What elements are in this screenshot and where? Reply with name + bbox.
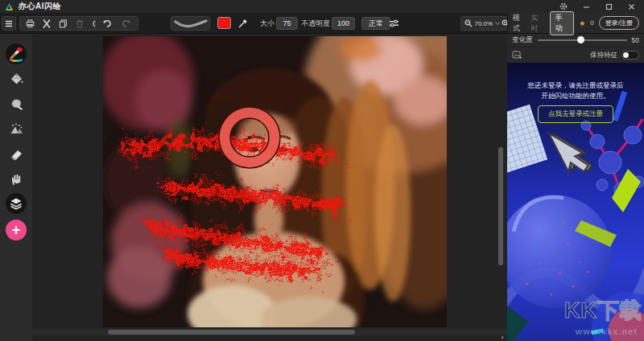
blend-mode-button[interactable]: 正常 xyxy=(361,17,390,30)
brush-cursor-ring xyxy=(219,107,280,168)
fill-bucket-icon xyxy=(9,72,24,87)
login-register-button[interactable]: 登录/注册 xyxy=(599,16,639,30)
keep-features-toggle[interactable] xyxy=(621,51,639,60)
login-cta-button[interactable]: 点我去登录或注册 xyxy=(538,105,613,123)
app-title: 亦心AI闪绘 xyxy=(19,1,61,12)
eraser-tool[interactable] xyxy=(6,143,27,164)
brush-preview-icon xyxy=(174,18,208,28)
history-group xyxy=(95,16,138,31)
hamburger-icon xyxy=(5,20,13,27)
keep-features-row: 保持特征 xyxy=(507,47,644,63)
brush-size-input[interactable]: 75 xyxy=(276,17,298,30)
panel-top-bar: 模式 实时 手动 ★ 0 登录/注册 xyxy=(507,13,644,33)
redo-icon[interactable] xyxy=(122,19,131,27)
brush-color-swatch[interactable] xyxy=(217,17,231,29)
paint-brush-tool[interactable] xyxy=(6,43,27,64)
menu-button[interactable] xyxy=(2,16,16,31)
mode-label: 模式 xyxy=(513,13,526,34)
variation-label: 变化度 xyxy=(512,35,533,45)
ai-panel: 变化度 50 保持特征 xyxy=(507,34,644,341)
add-reference-image-icon[interactable] xyxy=(512,51,522,60)
copy-button[interactable] xyxy=(59,19,68,28)
lasso-select-tool[interactable] xyxy=(6,93,27,114)
zoom-control: 70.0% xyxy=(460,16,514,31)
brush-size-label: 大小 xyxy=(260,18,275,29)
hand-icon xyxy=(9,171,23,186)
star-credit-icon: ★ xyxy=(579,19,585,27)
add-button[interactable]: + xyxy=(6,220,27,240)
horizontal-scrollbar-thumb[interactable] xyxy=(108,330,355,335)
eraser-icon xyxy=(9,146,24,162)
mode-realtime-option[interactable]: 实时 xyxy=(531,13,545,34)
login-notice-line2: 开始闪绘功能的使用。 xyxy=(507,91,644,101)
print-button[interactable] xyxy=(26,19,35,28)
lasso-icon xyxy=(9,97,24,112)
tool-sidebar: + xyxy=(0,34,32,341)
minimize-button[interactable] xyxy=(581,2,591,11)
title-bar: 亦心AI闪绘 xyxy=(0,0,644,13)
zoom-level-value[interactable]: 70.0% xyxy=(474,20,493,27)
opacity-label: 不透明度 xyxy=(301,18,330,29)
scrollbar-corner-arrow-icon[interactable]: ▾ xyxy=(501,335,504,341)
main-area: + xyxy=(0,34,644,341)
vertical-scrollbar-thumb[interactable] xyxy=(498,147,503,265)
variation-row: 变化度 50 xyxy=(507,34,644,47)
panel-art-area: 您还未登录，请先注册或登录后 开始闪绘功能的使用。 点我去登录或注册 KK下载 … xyxy=(507,63,644,341)
mode-manual-option[interactable]: 手动 xyxy=(550,11,575,35)
layers-tool[interactable] xyxy=(6,193,27,214)
keep-features-label: 保持特征 xyxy=(590,51,617,60)
login-notice: 您还未登录，请先注册或登录后 开始闪绘功能的使用。 xyxy=(507,80,644,101)
cut-scissors-icon[interactable] xyxy=(43,19,51,28)
login-notice-line1: 您还未登录，请先注册或登录后 xyxy=(507,80,644,91)
canvas-workspace[interactable]: ▾ xyxy=(32,34,507,341)
spray-icon xyxy=(9,121,24,137)
layers-icon xyxy=(9,196,23,211)
delete-trash-icon[interactable] xyxy=(76,19,84,28)
maximize-button[interactable] xyxy=(604,2,613,11)
slider-knob[interactable] xyxy=(577,36,584,43)
edit-tools-group xyxy=(19,16,107,31)
main-toolbar: 大小 75 不透明度 100 正常 70.0% 模式 实时 手动 ★ 0 登录/… xyxy=(0,13,644,34)
variation-value: 50 xyxy=(632,36,639,44)
opacity-input[interactable]: 100 xyxy=(332,17,355,30)
settings-gear-icon[interactable] xyxy=(559,2,568,11)
toggle-knob xyxy=(623,52,629,58)
watermark-url: www.kkx.net xyxy=(576,327,638,336)
spray-texture-tool[interactable] xyxy=(6,118,27,139)
chevron-down-icon[interactable] xyxy=(495,22,500,25)
eyedropper-icon[interactable] xyxy=(238,18,248,28)
window-controls xyxy=(559,2,636,11)
canvas-image[interactable] xyxy=(103,36,447,327)
credit-count: 0 xyxy=(590,19,593,27)
hand-pan-tool[interactable] xyxy=(6,168,27,189)
variation-slider[interactable] xyxy=(538,36,627,44)
close-button[interactable] xyxy=(626,2,636,11)
brush-stroke-preview[interactable] xyxy=(171,16,210,31)
paint-brush-icon xyxy=(8,46,24,62)
fill-bucket-tool[interactable] xyxy=(6,68,27,89)
watermark-title: KK下载 xyxy=(564,296,642,325)
brush-settings-sliders-icon[interactable] xyxy=(389,19,399,27)
undo-icon[interactable] xyxy=(102,19,112,27)
zoom-out-icon[interactable] xyxy=(464,19,473,27)
app-logo-icon xyxy=(5,2,14,11)
